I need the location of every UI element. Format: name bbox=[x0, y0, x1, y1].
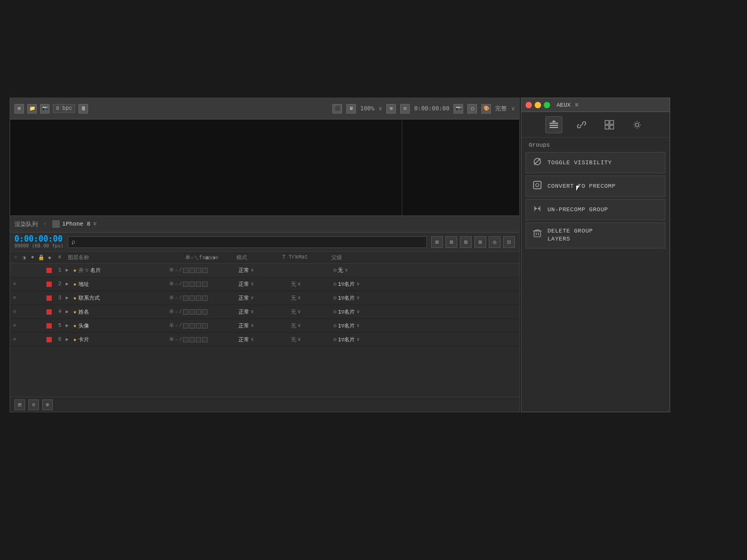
layer-row[interactable]: 1 ▶ ★ 井 ▽ 名片 单 ☆ / 正常 bbox=[10, 263, 519, 277]
solo-btn[interactable]: ⊠ bbox=[474, 236, 486, 248]
tab-render-queue[interactable]: 渲染队列 bbox=[14, 220, 38, 228]
layer3-label[interactable] bbox=[45, 294, 53, 302]
layer-row[interactable]: ○ 2 ▶ ★ 地址 单 ☆ / bbox=[10, 277, 519, 291]
trash-icon[interactable]: 🗑 bbox=[78, 104, 88, 114]
correction-icon[interactable]: ◯ bbox=[467, 104, 477, 114]
link-tool-btn[interactable] bbox=[573, 116, 590, 133]
layer3-expand[interactable]: ▶ bbox=[66, 295, 73, 301]
layer3-vis[interactable]: ○ bbox=[10, 295, 19, 301]
layer6-mode: 正常 ∨ bbox=[239, 336, 281, 343]
layer2-label[interactable] bbox=[45, 281, 53, 288]
monitor-icon[interactable]: ⬛ bbox=[332, 104, 342, 114]
layer-row[interactable]: ○ 4 ▶ ★ 姓名 单 ☆ / bbox=[10, 305, 519, 319]
layer1-parent: ◎ 无 ∨ bbox=[333, 267, 387, 274]
layer4-name: 姓名 bbox=[78, 308, 89, 316]
work-area-btn[interactable]: ⊡ bbox=[503, 236, 515, 248]
aeux-panel: AEUX ≡ bbox=[521, 98, 670, 412]
layer6-vis[interactable]: ○ bbox=[10, 337, 19, 342]
crop-icon[interactable]: ⊡ bbox=[400, 104, 410, 114]
svg-rect-4 bbox=[605, 121, 609, 124]
layer6-expand[interactable]: ▶ bbox=[66, 337, 73, 342]
layer2-vis[interactable]: ○ bbox=[10, 281, 19, 287]
tab-comp-label: iPhone 8 bbox=[62, 221, 91, 227]
marker-btn[interactable]: ◎ bbox=[489, 236, 500, 248]
layer6-parent: ◎ 1▽名片 ∨ bbox=[333, 336, 387, 343]
layer4-label[interactable] bbox=[45, 308, 53, 316]
layer3-name: 联系方式 bbox=[78, 294, 100, 302]
solo-btn[interactable]: ⊙ bbox=[28, 399, 39, 410]
ae-preview bbox=[10, 119, 519, 215]
quality-display: 完整 bbox=[495, 105, 507, 113]
traffic-light bbox=[526, 102, 550, 108]
layer2-expand[interactable]: ▶ bbox=[66, 281, 73, 287]
layer-row[interactable]: ○ 5 ▶ ★ 头像 单 ☆ / bbox=[10, 319, 519, 333]
convert-precomp-button[interactable]: CONVERT TO PRECOMP bbox=[526, 175, 665, 197]
display-icon[interactable]: 🖥 bbox=[346, 104, 356, 114]
toggle-visibility-label: TOGGLE VISIBILITY bbox=[547, 159, 612, 166]
current-time: 0:00:00:00 bbox=[14, 235, 63, 243]
zoom-display: 100% bbox=[360, 105, 375, 112]
tab-iphone8[interactable]: iPhone 8 ≡ bbox=[52, 220, 97, 228]
layer1-name-cell: ★ 井 ▽ 名片 bbox=[73, 267, 169, 274]
3d-btn[interactable]: ⊠ bbox=[446, 236, 457, 248]
preview-left bbox=[10, 119, 402, 215]
new-comp-btn[interactable]: ⊞ bbox=[14, 399, 25, 410]
convert-precomp-icon bbox=[533, 180, 542, 192]
layer6-num: 6 bbox=[54, 337, 66, 342]
fps-label: 00000 (60.00 fps) bbox=[14, 243, 63, 249]
grid-tool-btn[interactable] bbox=[601, 116, 618, 133]
layer5-label[interactable] bbox=[45, 322, 53, 330]
motion-blur-btn[interactable]: ⊠ bbox=[431, 236, 443, 248]
svg-rect-0 bbox=[550, 123, 558, 124]
render-icon[interactable]: 📷 bbox=[40, 104, 50, 114]
layer5-expand[interactable]: ▶ bbox=[66, 323, 73, 329]
tab-menu-icon[interactable]: ≡ bbox=[93, 221, 97, 227]
settings-tool-btn[interactable] bbox=[629, 116, 646, 133]
timecode-display: 0:00:00:00 bbox=[414, 105, 449, 112]
un-precomp-icon bbox=[533, 204, 542, 215]
hdr-lock: 🔒 bbox=[37, 254, 45, 261]
expand-icon[interactable]: ⊞ bbox=[386, 104, 396, 114]
composition-icon[interactable]: ⊞ bbox=[14, 104, 24, 114]
comp-color-swatch bbox=[52, 220, 60, 228]
delete-text: DELETE GROUP LAYERS bbox=[547, 227, 593, 244]
color-icon[interactable]: 🎨 bbox=[481, 104, 491, 114]
svg-rect-5 bbox=[610, 121, 614, 124]
minimize-button[interactable] bbox=[535, 102, 541, 108]
layer3-switches: 单 ☆ / bbox=[169, 294, 239, 301]
svg-rect-1 bbox=[550, 125, 558, 126]
delete-group-button[interactable]: DELETE GROUP LAYERS bbox=[526, 222, 665, 249]
layer4-expand[interactable]: ▶ bbox=[66, 309, 73, 315]
search-bar[interactable]: ρ bbox=[68, 236, 427, 248]
un-precomp-button[interactable]: UN-PRECOMP GROUP bbox=[526, 199, 665, 220]
layer4-vis[interactable]: ○ bbox=[10, 309, 19, 315]
ae-bottom-bar: ⊞ ⊙ ⊕ bbox=[10, 397, 519, 412]
aeux-toolbar bbox=[521, 112, 670, 138]
layer5-vis[interactable]: ○ bbox=[10, 323, 19, 329]
timeline-btn-group: ⊠ ⊠ ⊠ ⊠ ◎ ⊡ bbox=[431, 236, 515, 248]
layer4-trkmat: 无 ∨ bbox=[291, 308, 333, 316]
ae-layers: ○ ◑ ● 🔒 ◆ # 图层名称 单☆＼fx▣◎◑⊙ 模式 T TrkMat 父… bbox=[10, 252, 519, 397]
layers-tool-btn[interactable] bbox=[545, 116, 562, 133]
un-precomp-label: UN-PRECOMP GROUP bbox=[547, 206, 608, 213]
layer-row[interactable]: ○ 3 ▶ ★ 联系方式 单 ☆ / bbox=[10, 291, 519, 305]
layer1-label[interactable] bbox=[45, 267, 53, 274]
aeux-menu-icon[interactable]: ≡ bbox=[575, 102, 578, 108]
toggle-visibility-button[interactable]: TOGGLE VISIBILITY bbox=[526, 152, 665, 173]
ae-window: ⊞ 📁 📷 8 bpc 🗑 ⬛ 🖥 100% ∨ ⊞ ⊡ 0:00:00:00 … bbox=[10, 98, 520, 412]
layer5-trkmat: 无 ∨ bbox=[291, 322, 333, 330]
camera-icon[interactable]: 📷 bbox=[454, 104, 463, 114]
lock-btn[interactable]: ⊕ bbox=[42, 399, 53, 410]
svg-marker-3 bbox=[552, 120, 556, 122]
layer2-switches: 单 ☆ / bbox=[169, 281, 239, 287]
hdr-num: # bbox=[54, 254, 66, 260]
layer4-star: ★ bbox=[73, 308, 77, 315]
maximize-button[interactable] bbox=[544, 102, 550, 108]
layer6-label[interactable] bbox=[45, 336, 53, 343]
folder-icon[interactable]: 📁 bbox=[27, 104, 37, 114]
layer1-expand[interactable]: ▶ bbox=[66, 267, 73, 273]
close-button[interactable] bbox=[526, 102, 532, 108]
graph-btn[interactable]: ⊠ bbox=[460, 236, 472, 248]
layer-row[interactable]: ○ 6 ▶ ★ 卡片 单 ☆ / bbox=[10, 333, 519, 347]
svg-rect-2 bbox=[550, 127, 558, 128]
